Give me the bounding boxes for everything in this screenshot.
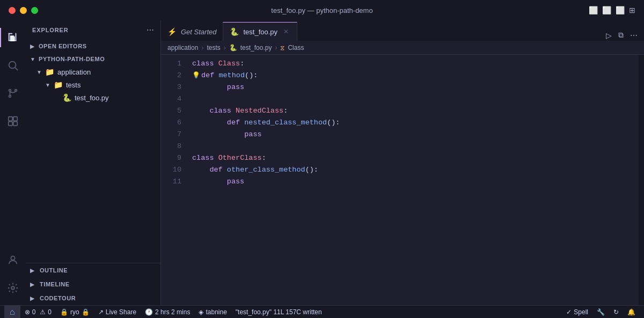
sync-icon: ↻ bbox=[613, 308, 619, 316]
code-content[interactable]: class Class: 💡def method(): pass class N… bbox=[188, 55, 639, 305]
svg-point-8 bbox=[9, 95, 11, 98]
tab-close-button[interactable]: ✕ bbox=[282, 27, 290, 36]
status-extension[interactable]: 🔧 bbox=[592, 306, 609, 319]
status-tabnine[interactable]: ◈ tabnine bbox=[194, 306, 231, 319]
tab-test-foo-label: test_foo.py bbox=[243, 28, 277, 36]
layout-icon-2[interactable]: ⬜ bbox=[602, 6, 611, 14]
sidebar-title: EXPLORER bbox=[32, 27, 69, 33]
editor-area: ⚡ Get Started 🐍 test_foo.py ✕ ▷ ⧉ ⋯ appl… bbox=[161, 20, 644, 305]
layout-icon-3[interactable]: ⬜ bbox=[616, 6, 625, 14]
tabs-right-actions: ▷ ⧉ ⋯ bbox=[604, 29, 644, 41]
project-chevron: ▼ bbox=[30, 56, 39, 62]
close-button[interactable] bbox=[9, 7, 16, 14]
status-sync[interactable]: ↻ bbox=[609, 306, 623, 319]
code-line-3: pass bbox=[192, 82, 639, 93]
python-file-icon: 🐍 bbox=[62, 93, 71, 102]
line-numbers: 1 2 3 4 5 6 7 8 9 10 11 bbox=[161, 55, 188, 305]
live-share-label: Live Share bbox=[106, 308, 136, 316]
app-body: 📄 EXPLORER ⋯ ▶ OPEN E bbox=[0, 20, 644, 305]
code-line-8 bbox=[192, 140, 639, 152]
status-remote-button[interactable]: ⌂ bbox=[4, 306, 20, 319]
breadcrumb-class-icon: ⧖ bbox=[280, 44, 284, 51]
remote-icon: ⌂ bbox=[10, 307, 15, 317]
user-lock-icon: 🔒 bbox=[82, 308, 90, 316]
maximize-button[interactable] bbox=[31, 7, 38, 14]
open-editors-chevron: ▶ bbox=[30, 43, 39, 49]
breadcrumb-file[interactable]: test_foo.py bbox=[240, 44, 272, 51]
run-button[interactable]: ▷ bbox=[604, 30, 614, 41]
time-label: 2 hrs 2 mins bbox=[155, 308, 190, 316]
sidebar-header: EXPLORER ⋯ bbox=[26, 20, 160, 40]
window-controls bbox=[9, 7, 38, 14]
timeline-chevron: ▶ bbox=[30, 282, 39, 287]
svg-rect-11 bbox=[13, 117, 17, 121]
bell-icon: 🔔 bbox=[627, 308, 635, 316]
code-line-9: class OtherClass: bbox=[192, 152, 639, 164]
svg-line-6 bbox=[15, 68, 18, 70]
tab-get-started[interactable]: ⚡ Get Started bbox=[161, 22, 223, 41]
line-num-9: 9 bbox=[161, 152, 181, 164]
layout-menu-icon[interactable]: ⊞ bbox=[629, 6, 635, 14]
line-num-7: 7 bbox=[161, 129, 181, 140]
warning-count: 0 bbox=[48, 308, 52, 316]
layout-icon-1[interactable]: ⬜ bbox=[589, 6, 598, 14]
open-editors-header[interactable]: ▶ OPEN EDITORS bbox=[26, 40, 160, 53]
editor-more-button[interactable]: ⋯ bbox=[628, 30, 640, 41]
error-icon: ⊗ bbox=[25, 308, 30, 316]
breadcrumb-application[interactable]: application bbox=[167, 44, 198, 51]
svg-point-15 bbox=[11, 286, 14, 290]
line-num-8: 8 bbox=[161, 140, 181, 152]
tree-item-test-foo[interactable]: ▶ 🐍 test_foo.py bbox=[26, 91, 160, 104]
sidebar-more-button[interactable]: ⋯ bbox=[147, 26, 154, 34]
tests-folder-icon: 📁 bbox=[54, 80, 63, 89]
line-num-2: 2 bbox=[161, 70, 181, 82]
status-bell[interactable]: 🔔 bbox=[623, 306, 640, 319]
status-spell[interactable]: ✓ Spell bbox=[562, 306, 592, 319]
line-num-4: 4 bbox=[161, 93, 181, 105]
activity-source-control[interactable] bbox=[0, 80, 26, 106]
status-errors[interactable]: ⊗ 0 ⚠ 0 bbox=[20, 306, 56, 319]
status-bar: ⌂ ⊗ 0 ⚠ 0 🔒 ryo 🔒 ↗ Live Share 🕐 2 hrs 2… bbox=[0, 305, 644, 318]
line-num-3: 3 bbox=[161, 82, 181, 93]
breadcrumb-class[interactable]: Class bbox=[288, 44, 304, 51]
status-time[interactable]: 🕐 2 hrs 2 mins bbox=[141, 306, 194, 319]
code-line-2: 💡def method(): bbox=[192, 70, 639, 82]
activity-account[interactable] bbox=[0, 247, 26, 273]
svg-rect-13 bbox=[13, 122, 17, 125]
tab-test-foo[interactable]: 🐍 test_foo.py ✕ bbox=[223, 22, 297, 41]
application-chevron: ▼ bbox=[36, 69, 45, 75]
breadcrumb: application › tests › 🐍 test_foo.py › ⧖ … bbox=[161, 41, 644, 55]
spell-label: Spell bbox=[574, 308, 588, 316]
tab-get-started-label: Get Started bbox=[181, 28, 216, 36]
status-user[interactable]: 🔒 ryo 🔒 bbox=[56, 306, 94, 319]
svg-rect-12 bbox=[9, 122, 12, 125]
project-header[interactable]: ▼ PYTHON-PATH-DEMO bbox=[26, 53, 160, 65]
tests-chevron: ▼ bbox=[45, 82, 54, 88]
file-info-text: "test_foo.py" 11L 157C written bbox=[236, 308, 322, 316]
titlebar-actions: ⬜ ⬜ ⬜ ⊞ bbox=[589, 6, 635, 14]
activity-bar: 📄 bbox=[0, 20, 26, 305]
code-line-11: pass bbox=[192, 176, 639, 188]
activity-search[interactable] bbox=[0, 53, 26, 78]
tree-item-application[interactable]: ▼ 📁 application bbox=[26, 65, 160, 78]
live-share-icon: ↗ bbox=[98, 308, 104, 316]
tabnine-label: tabnine bbox=[206, 308, 226, 316]
tree-item-tests[interactable]: ▼ 📁 tests bbox=[26, 78, 160, 91]
svg-point-7 bbox=[9, 90, 11, 92]
status-file-info[interactable]: "test_foo.py" 11L 157C written bbox=[231, 306, 326, 319]
svg-point-5 bbox=[9, 62, 16, 69]
status-live-share[interactable]: ↗ Live Share bbox=[94, 306, 141, 319]
minimize-button[interactable] bbox=[20, 7, 27, 14]
outline-section[interactable]: ▶ OUTLINE bbox=[26, 263, 160, 277]
split-editor-button[interactable]: ⧉ bbox=[616, 29, 626, 41]
activity-extensions[interactable] bbox=[0, 108, 26, 134]
activity-settings[interactable] bbox=[0, 275, 26, 301]
warning-icon: ⚠ bbox=[40, 308, 46, 316]
editor-scrollbar[interactable] bbox=[639, 55, 644, 305]
activity-explorer[interactable]: 📄 bbox=[0, 25, 26, 50]
codetour-section[interactable]: ▶ CODETOUR bbox=[26, 291, 160, 305]
breadcrumb-tests[interactable]: tests bbox=[207, 44, 220, 51]
timeline-section[interactable]: ▶ TIMELINE bbox=[26, 277, 160, 291]
folder-icon: 📁 bbox=[45, 68, 54, 76]
svg-rect-10 bbox=[9, 117, 12, 121]
